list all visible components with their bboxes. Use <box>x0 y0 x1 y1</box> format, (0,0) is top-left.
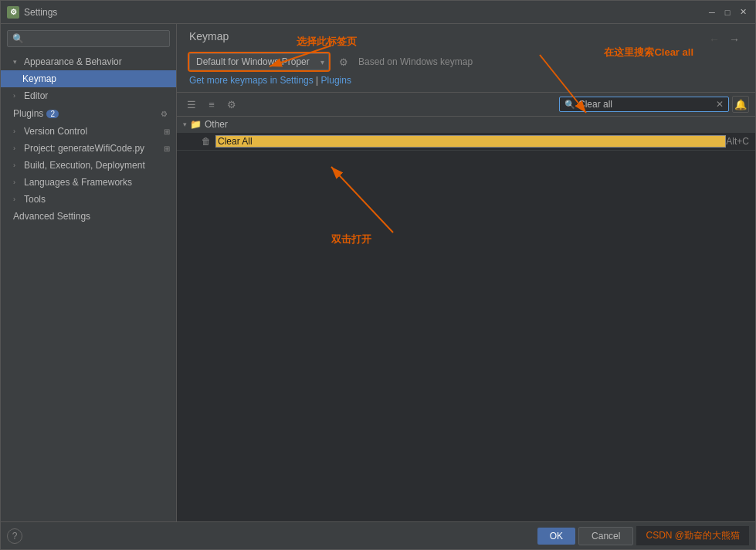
keymap-group-other[interactable]: ▾ 📁 Other <box>177 117 755 133</box>
window-title: Settings <box>24 7 706 18</box>
sidebar-item-keymap[interactable]: Keymap <box>1 70 176 87</box>
group-label: Other <box>205 119 228 130</box>
notification-button[interactable]: 🔔 <box>732 96 749 113</box>
item-label: Clear All <box>215 135 726 148</box>
keymap-gear-button[interactable]: ⚙ <box>335 53 352 70</box>
sidebar-item-project[interactable]: › Project: generateWifiCode.py ⊞ <box>1 140 176 157</box>
main-panel: 选择此标签页 在这里搜索Clear all 双击打开 Keymap ← → <box>177 24 755 521</box>
chevron-right-icon: › <box>13 178 21 186</box>
sidebar-item-label: Version Control <box>24 126 87 137</box>
sidebar-item-label: Tools <box>24 194 46 205</box>
keymap-search-input[interactable] <box>578 99 716 110</box>
sidebar-item-label: Advanced Settings <box>13 211 90 222</box>
maximize-button[interactable]: □ <box>721 6 734 19</box>
sidebar-item-plugins[interactable]: Plugins 2 ⚙ <box>1 104 176 123</box>
plugins-link[interactable]: Plugins <box>321 75 351 86</box>
keymap-select-wrapper: Default for Windows Proper Default Eclip… <box>189 53 329 70</box>
keymap-table: ▾ 📁 Other 🗑 Clear All Alt+C <box>177 117 755 521</box>
ok-button[interactable]: OK <box>537 528 575 545</box>
forward-button[interactable]: → <box>726 31 743 48</box>
back-button[interactable]: ← <box>706 31 723 48</box>
sidebar-item-advanced[interactable]: Advanced Settings <box>1 208 176 225</box>
sidebar-search-input[interactable] <box>7 30 170 47</box>
window-controls: ─ □ ✕ <box>706 6 749 19</box>
content-area: ▾ Appearance & Behavior Keymap › Editor … <box>1 24 755 521</box>
nav-arrows: ← → <box>706 31 743 48</box>
keymap-dropdown[interactable]: Default for Windows Proper Default Eclip… <box>189 53 329 70</box>
chevron-down-icon: ▾ <box>13 58 21 66</box>
chevron-right-icon: › <box>13 144 21 152</box>
sidebar-item-languages[interactable]: › Languages & Frameworks <box>1 174 176 191</box>
sidebar-item-label: Editor <box>24 90 48 101</box>
sidebar-item-label: Appearance & Behavior <box>24 56 122 67</box>
sidebar-item-tools[interactable]: › Tools <box>1 191 176 208</box>
sidebar-item-label: Project: generateWifiCode.py <box>24 143 144 154</box>
get-more-keymaps-link[interactable]: Get more keymaps in Settings <box>189 75 314 86</box>
plugins-badge: 2 <box>46 110 59 118</box>
minimize-button[interactable]: ─ <box>706 6 718 19</box>
sidebar-nav: ▾ Appearance & Behavior Keymap › Editor … <box>1 53 176 521</box>
sidebar-item-build[interactable]: › Build, Execution, Deployment <box>1 157 176 174</box>
sidebar-item-label: Languages & Frameworks <box>24 177 132 188</box>
chevron-right-icon: › <box>13 195 21 203</box>
sidebar-item-version-control[interactable]: › Version Control ⊞ <box>1 123 176 140</box>
sidebar-search-area <box>1 24 176 53</box>
plugins-settings-icon[interactable]: ⚙ <box>158 107 170 120</box>
search-box: 🔍 ✕ <box>559 97 729 112</box>
based-on-label: Based on Windows keymap <box>358 56 473 67</box>
keymap-links-row: Get more keymaps in Settings | Plugins <box>189 75 743 86</box>
help-button[interactable]: ? <box>7 528 22 544</box>
sidebar-item-editor[interactable]: › Editor <box>1 87 176 104</box>
chevron-right-icon: › <box>13 92 21 100</box>
expand-all-button[interactable]: ☰ <box>183 96 200 113</box>
chevron-right-icon: › <box>13 161 21 169</box>
chevron-down-icon: ▾ <box>183 121 187 128</box>
titlebar: ⚙ Settings ─ □ ✕ <box>1 1 755 24</box>
sidebar: ▾ Appearance & Behavior Keymap › Editor … <box>1 24 177 521</box>
sidebar-item-label: Plugins <box>13 108 43 119</box>
brand-label: CSDN @勤奋的大熊猫 <box>636 526 749 545</box>
question-mark-icon: ? <box>12 531 18 542</box>
search-clear-button[interactable]: ✕ <box>716 99 724 110</box>
keymap-selector-row: Default for Windows Proper Default Eclip… <box>189 53 743 70</box>
sidebar-item-label: Keymap <box>22 73 56 84</box>
sidebar-item-appearance[interactable]: ▾ Appearance & Behavior <box>1 53 176 70</box>
close-button[interactable]: ✕ <box>737 6 749 19</box>
keymap-toolbar: ☰ ≡ ⚙ 🔍 ✕ 🔔 <box>177 93 755 117</box>
keymap-header: Keymap ← → Default for Windows Proper De… <box>177 24 755 93</box>
app-icon: ⚙ <box>7 6 19 19</box>
filter-button[interactable]: ⚙ <box>223 96 240 113</box>
table-row[interactable]: 🗑 Clear All Alt+C <box>177 133 755 151</box>
sidebar-item-label: Build, Execution, Deployment <box>24 160 145 171</box>
item-shortcut: Alt+C <box>726 136 749 147</box>
keymap-panel: Keymap ← → Default for Windows Proper De… <box>177 24 755 521</box>
footer: ? OK Cancel CSDN @勤奋的大熊猫 <box>1 521 755 549</box>
trash-icon: 🗑 <box>202 136 212 147</box>
settings-window: ⚙ Settings ─ □ ✕ ▾ Appearance & Behavior… <box>0 0 756 550</box>
cancel-button[interactable]: Cancel <box>578 527 633 545</box>
panel-title: Keymap <box>189 30 229 42</box>
search-icon: 🔍 <box>564 100 575 110</box>
chevron-right-icon: › <box>13 127 21 135</box>
folder-icon: 📁 <box>190 119 202 130</box>
collapse-all-button[interactable]: ≡ <box>203 96 220 113</box>
